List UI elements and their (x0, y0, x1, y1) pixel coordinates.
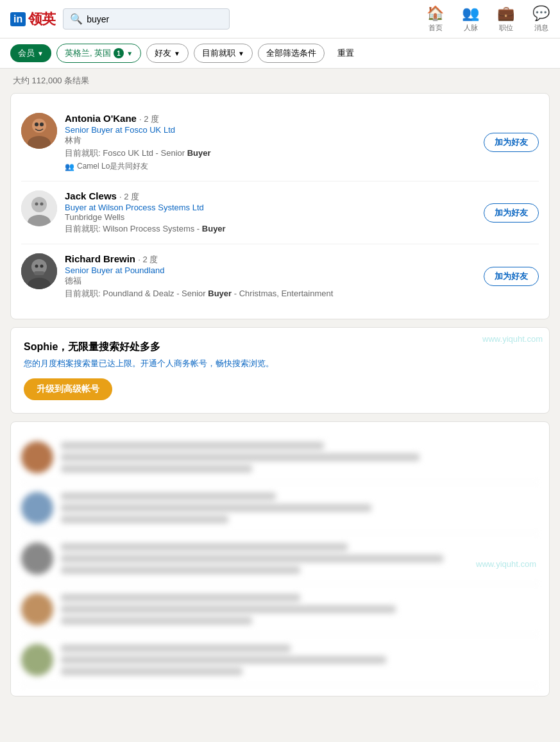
person-name[interactable]: Richard Brewin · 2 度 (65, 253, 476, 266)
upgrade-btn[interactable]: 升级到高级帐号 (24, 378, 112, 400)
search-bar[interactable]: 🔍 (63, 8, 230, 30)
nav-home-label: 首页 (428, 23, 443, 33)
current-job-filter-label: 目前就职 (202, 47, 235, 59)
person-title[interactable]: Buyer at Wilson Process Systems Ltd (65, 203, 476, 212)
svg-point-9 (40, 203, 44, 206)
reset-btn[interactable]: 重置 (330, 44, 362, 62)
blurred-avatar (21, 644, 53, 676)
network-icon: 👥 (462, 5, 479, 22)
friends-filter-btn[interactable]: 好友 ▼ (146, 44, 189, 63)
mutual-icon: 👥 (65, 162, 74, 171)
blurred-person-row (21, 432, 539, 483)
content-area: Antonia O'Kane · 2 度 Senior Buyer at Fos… (0, 93, 560, 696)
reset-label: 重置 (337, 47, 354, 59)
add-friend-btn-antonia[interactable]: 加为好友 (484, 133, 539, 152)
blurred-line (61, 668, 242, 675)
blurred-lines (61, 594, 539, 625)
blurred-line (61, 465, 252, 473)
jobs-icon: 💼 (497, 5, 514, 22)
avatar (21, 190, 57, 226)
member-caret-icon: ▼ (37, 50, 44, 57)
header: in 领英 🔍 🏠 首页 👥 人脉 💼 职位 💬 消息 (0, 0, 560, 38)
nav-jobs[interactable]: 💼 职位 (497, 5, 514, 33)
blurred-line (61, 555, 443, 562)
person-name[interactable]: Antonia O'Kane · 2 度 (65, 113, 476, 125)
location-caret-icon: ▼ (126, 50, 133, 57)
person-info: Richard Brewin · 2 度 Senior Buyer at Pou… (65, 253, 476, 299)
add-friend-btn-jack[interactable]: 加为好友 (484, 203, 539, 223)
svg-rect-15 (34, 271, 44, 275)
blurred-person-row (21, 584, 539, 635)
svg-point-13 (35, 265, 38, 268)
svg-point-4 (40, 122, 44, 126)
friends-filter-label: 好友 (155, 47, 171, 59)
member-filter-label: 会员 (18, 47, 35, 59)
blurred-lines (61, 442, 539, 473)
mutual-friends: 👥 Camel Lo是共同好友 (65, 161, 476, 172)
blurred-lines (61, 543, 539, 574)
friends-caret-icon: ▼ (174, 50, 180, 57)
avatar (21, 253, 57, 289)
svg-point-6 (31, 197, 47, 212)
current-job-caret-icon: ▼ (238, 50, 244, 57)
person-title[interactable]: Senior Buyer at Poundland (65, 266, 476, 275)
linkedin-in-logo: in (10, 12, 26, 26)
location-badge: 1 (114, 48, 124, 58)
search-icon: 🔍 (70, 13, 83, 25)
search-input[interactable] (87, 14, 223, 24)
avatar (21, 113, 57, 149)
blurred-person-row (21, 483, 539, 534)
nav-messages-label: 消息 (534, 23, 548, 33)
blurred-results-card: www.yiquht.com (10, 421, 550, 696)
results-count: 大约 112,000 条结果 (0, 69, 560, 93)
svg-point-3 (35, 122, 38, 126)
member-filter-btn[interactable]: 会员 ▼ (10, 44, 51, 62)
blurred-line (61, 605, 396, 613)
location-filter-btn[interactable]: 英格兰, 英国 1 ▼ (56, 44, 141, 63)
people-results-card: Antonia O'Kane · 2 度 Senior Buyer at Fos… (10, 93, 550, 319)
header-nav: 🏠 首页 👥 人脉 💼 职位 💬 消息 (427, 5, 550, 33)
person-current-job: 目前就职: Fosco UK Ltd - Senior Buyer (65, 148, 476, 159)
person-current-job: 目前就职: Wilson Process Systems - Buyer (65, 223, 476, 235)
person-current-job: 目前就职: Poundland & Dealz - Senior Buyer -… (65, 288, 476, 299)
nav-messages[interactable]: 💬 消息 (532, 5, 550, 33)
person-info: Jack Clews · 2 度 Buyer at Wilson Process… (65, 190, 476, 235)
blurred-line (61, 543, 348, 551)
person-location: 林肯 (65, 135, 476, 146)
blurred-lines (61, 645, 539, 675)
current-job-filter-btn[interactable]: 目前就职 ▼ (194, 44, 253, 63)
person-title[interactable]: Senior Buyer at Fosco UK Ltd (65, 125, 476, 135)
filter-bar: 会员 ▼ 英格兰, 英国 1 ▼ 好友 ▼ 目前就职 ▼ 全部筛选条件 重置 (0, 38, 560, 69)
blurred-line (61, 493, 276, 500)
blurred-avatar (21, 593, 53, 625)
blurred-line (61, 594, 300, 602)
person-row: Jack Clews · 2 度 Buyer at Wilson Process… (21, 181, 539, 244)
person-name[interactable]: Jack Clews · 2 度 (65, 190, 476, 203)
blurred-lines (61, 493, 539, 523)
blurred-avatar (21, 492, 53, 524)
person-location: 德福 (65, 275, 476, 287)
messages-icon: 💬 (532, 5, 550, 22)
blurred-line (61, 566, 300, 574)
person-location: Tunbridge Wells (65, 212, 476, 222)
blurred-line (61, 442, 324, 450)
all-filters-label: 全部筛选条件 (266, 47, 316, 59)
watermark: www.yiquht.com (476, 559, 536, 569)
blurred-person-row (21, 635, 539, 686)
svg-point-8 (35, 203, 38, 206)
logo[interactable]: in 领英 (10, 10, 55, 29)
add-friend-btn-richard[interactable]: 加为好友 (484, 267, 539, 286)
person-info: Antonia O'Kane · 2 度 Senior Buyer at Fos… (65, 113, 476, 172)
nav-network[interactable]: 👥 人脉 (462, 5, 479, 33)
linkedin-text-logo: 领英 (28, 10, 55, 29)
all-filters-btn[interactable]: 全部筛选条件 (258, 44, 325, 63)
blurred-avatar (21, 441, 53, 473)
person-row: Richard Brewin · 2 度 Senior Buyer at Pou… (21, 244, 539, 308)
blurred-person-row (21, 534, 539, 584)
blurred-line (61, 617, 252, 625)
nav-home[interactable]: 🏠 首页 (427, 5, 444, 33)
home-icon: 🏠 (427, 5, 444, 22)
upsell-subtitle: 您的月度档案搜索量已达上限。开通个人商务帐号，畅快搜索浏览。 (24, 358, 536, 369)
blurred-line (61, 645, 291, 652)
nav-jobs-label: 职位 (499, 23, 513, 33)
